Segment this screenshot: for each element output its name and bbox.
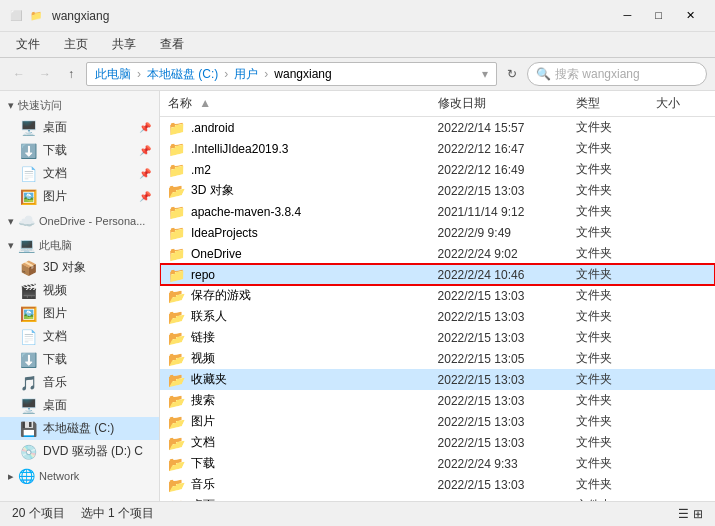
sidebar-item-pictures[interactable]: 🖼️ 图片 📌 <box>0 185 159 208</box>
minimize-btn[interactable]: ─ <box>612 9 644 22</box>
sidebar-item-pics[interactable]: 🖼️ 图片 <box>0 302 159 325</box>
file-name: repo <box>191 268 215 282</box>
address-this-pc[interactable]: 此电脑 <box>95 66 131 83</box>
table-row[interactable]: 📂 链接 2022/2/15 13:03 文件夹 <box>160 327 715 348</box>
table-row[interactable]: 📁 .m2 2022/2/12 16:49 文件夹 <box>160 159 715 180</box>
videos-icon: 🎬 <box>20 283 37 299</box>
sidebar-header-quickaccess[interactable]: ▾ 快速访问 <box>0 95 159 116</box>
table-row[interactable]: 📂 收藏夹 2022/2/15 13:03 文件夹 <box>160 369 715 390</box>
file-icon: 📂 <box>168 435 185 451</box>
file-icon: 📂 <box>168 393 185 409</box>
tab-file[interactable]: 文件 <box>4 32 52 57</box>
file-date: 2022/2/15 13:03 <box>438 310 577 324</box>
address-user[interactable]: wangxiang <box>274 67 331 81</box>
file-date: 2022/2/12 16:49 <box>438 163 577 177</box>
file-date: 2022/2/15 13:03 <box>438 478 577 492</box>
file-type: 文件夹 <box>576 350 655 367</box>
table-row[interactable]: 📂 搜索 2022/2/15 13:03 文件夹 <box>160 390 715 411</box>
table-row[interactable]: 📂 文档 2022/2/15 13:03 文件夹 <box>160 432 715 453</box>
address-dropdown-icon[interactable]: ▾ <box>482 67 488 81</box>
file-name: 音乐 <box>191 476 215 493</box>
file-icon: 📁 <box>168 225 185 241</box>
file-name-cell: 📁 .android <box>160 120 438 136</box>
table-row[interactable]: 📂 图片 2022/2/15 13:03 文件夹 <box>160 411 715 432</box>
sidebar-item-3dobjects[interactable]: 📦 3D 对象 <box>0 256 159 279</box>
file-date: 2022/2/15 13:03 <box>438 331 577 345</box>
table-row[interactable]: 📁 repo 2022/2/24 10:46 文件夹 <box>160 264 715 285</box>
table-row[interactable]: 📂 下载 2022/2/24 9:33 文件夹 <box>160 453 715 474</box>
window-icon: ⬜ <box>8 8 24 24</box>
file-name-cell: 📁 .m2 <box>160 162 438 178</box>
sidebar-item-music[interactable]: 🎵 音乐 <box>0 371 159 394</box>
sidebar-item-videos[interactable]: 🎬 视频 <box>0 279 159 302</box>
col-header-type[interactable]: 类型 <box>576 95 655 112</box>
sidebar-item-dl[interactable]: ⬇️ 下载 <box>0 348 159 371</box>
tab-view[interactable]: 查看 <box>148 32 196 57</box>
back-btn[interactable]: ← <box>8 63 30 85</box>
selected-count: 选中 1 个项目 <box>81 505 154 522</box>
refresh-btn[interactable]: ↻ <box>501 63 523 85</box>
music-icon: 🎵 <box>20 375 37 391</box>
col-header-name[interactable]: 名称 ▲ <box>160 95 438 112</box>
chevron-right-icon-onedrive: ▾ <box>8 215 14 228</box>
table-row[interactable]: 📁 .IntelliJIdea2019.3 2022/2/12 16:47 文件… <box>160 138 715 159</box>
file-type: 文件夹 <box>576 434 655 451</box>
table-row[interactable]: 📂 保存的游戏 2022/2/15 13:03 文件夹 <box>160 285 715 306</box>
sidebar-section-network: ▸ 🌐 Network <box>0 465 159 487</box>
maximize-btn[interactable]: □ <box>643 9 674 22</box>
file-type: 文件夹 <box>576 161 655 178</box>
sep2: › <box>224 67 228 81</box>
sidebar-item-label-documents: 文档 <box>43 328 67 345</box>
table-row[interactable]: 📂 音乐 2022/2/15 13:03 文件夹 <box>160 474 715 495</box>
col-header-size[interactable]: 大小 <box>656 95 715 112</box>
sidebar-item-dvd[interactable]: 💿 DVD 驱动器 (D:) C <box>0 440 159 463</box>
sidebar-item-downloads[interactable]: ⬇️ 下载 📌 <box>0 139 159 162</box>
sidebar-item-label-dl: 下载 <box>43 351 67 368</box>
file-date: 2022/2/9 9:49 <box>438 226 577 240</box>
tab-home[interactable]: 主页 <box>52 32 100 57</box>
tab-share[interactable]: 共享 <box>100 32 148 57</box>
grid-view-btn[interactable]: ⊞ <box>693 507 703 521</box>
file-name-cell: 📂 桌面 <box>160 497 438 501</box>
table-row[interactable]: 📁 .android 2022/2/14 15:57 文件夹 <box>160 117 715 138</box>
file-name-cell: 📁 OneDrive <box>160 246 438 262</box>
file-name: apache-maven-3.8.4 <box>191 205 301 219</box>
address-drive[interactable]: 本地磁盘 (C:) <box>147 66 218 83</box>
file-name-cell: 📁 .IntelliJIdea2019.3 <box>160 141 438 157</box>
file-type: 文件夹 <box>576 497 655 501</box>
sidebar-item-label-music: 音乐 <box>43 374 67 391</box>
sidebar: ▾ 快速访问 🖥️ 桌面 📌 ⬇️ 下载 📌 📄 文档 📌 🖼️ 图片 <box>0 91 160 501</box>
table-row[interactable]: 📂 3D 对象 2022/2/15 13:03 文件夹 <box>160 180 715 201</box>
sidebar-header-thispc[interactable]: ▾ 💻 此电脑 <box>0 234 159 256</box>
search-icon: 🔍 <box>536 67 551 81</box>
localdisk-icon: 💾 <box>20 421 37 437</box>
address-users[interactable]: 用户 <box>234 66 258 83</box>
up-btn[interactable]: ↑ <box>60 63 82 85</box>
sidebar-item-documents[interactable]: 📄 文档 <box>0 325 159 348</box>
sidebar-item-desktop2[interactable]: 🖥️ 桌面 <box>0 394 159 417</box>
sidebar-header-network[interactable]: ▸ 🌐 Network <box>0 465 159 487</box>
table-row[interactable]: 📂 桌面 2022/2/24 9:13 文件夹 <box>160 495 715 501</box>
network-icon: 🌐 <box>18 468 35 484</box>
sidebar-header-onedrive[interactable]: ▾ ☁️ OneDrive - Persona... <box>0 210 159 232</box>
sidebar-item-localdisk[interactable]: 💾 本地磁盘 (C:) <box>0 417 159 440</box>
table-row[interactable]: 📁 OneDrive 2022/2/24 9:02 文件夹 <box>160 243 715 264</box>
table-row[interactable]: 📂 视频 2022/2/15 13:05 文件夹 <box>160 348 715 369</box>
table-row[interactable]: 📂 联系人 2022/2/15 13:03 文件夹 <box>160 306 715 327</box>
search-box[interactable]: 🔍 搜索 wangxiang <box>527 62 707 86</box>
table-row[interactable]: 📁 IdeaProjects 2022/2/9 9:49 文件夹 <box>160 222 715 243</box>
pictures-icon: 🖼️ <box>20 189 37 205</box>
sidebar-item-desktop[interactable]: 🖥️ 桌面 📌 <box>0 116 159 139</box>
sidebar-item-docs[interactable]: 📄 文档 📌 <box>0 162 159 185</box>
pin-icon-docs: 📌 <box>139 168 151 179</box>
close-btn[interactable]: ✕ <box>674 9 707 22</box>
forward-btn[interactable]: → <box>34 63 56 85</box>
desktop-icon: 🖥️ <box>20 120 37 136</box>
address-box[interactable]: 此电脑 › 本地磁盘 (C:) › 用户 › wangxiang ▾ <box>86 62 497 86</box>
file-name: 收藏夹 <box>191 371 227 388</box>
documents-icon: 📄 <box>20 329 37 345</box>
table-row[interactable]: 📁 apache-maven-3.8.4 2021/11/14 9:12 文件夹 <box>160 201 715 222</box>
list-view-btn[interactable]: ☰ <box>678 507 689 521</box>
col-header-date[interactable]: 修改日期 <box>438 95 577 112</box>
sidebar-item-label-docs: 文档 <box>43 165 67 182</box>
